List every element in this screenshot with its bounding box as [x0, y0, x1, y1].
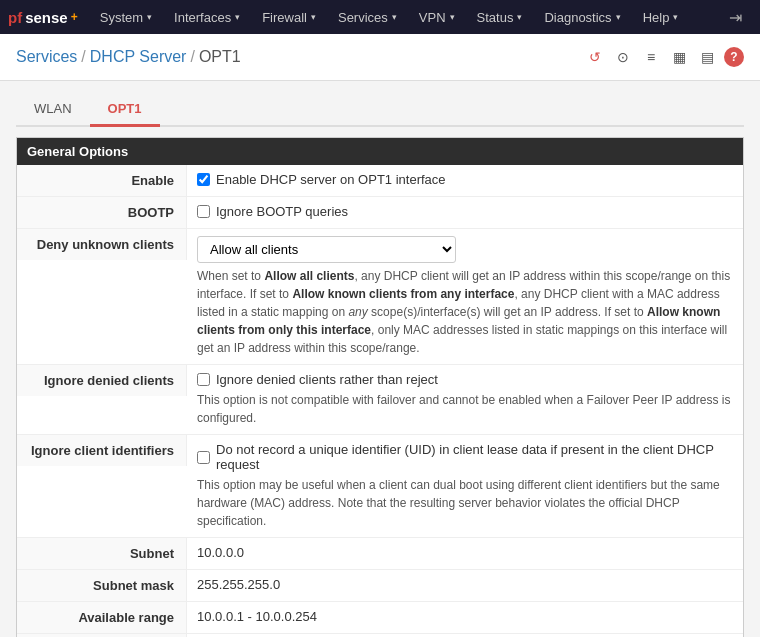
chevron-down-icon: ▾	[673, 12, 678, 22]
chevron-down-icon: ▾	[311, 12, 316, 22]
ignore-denied-row: Ignore denied clients Ignore denied clie…	[17, 365, 743, 435]
deny-unknown-help: When set to Allow all clients, any DHCP …	[197, 267, 733, 357]
tabs: WLAN OPT1	[16, 93, 744, 127]
ignore-client-id-checkbox-wrap: Do not record a unique identifier (UID) …	[197, 442, 733, 472]
ignore-denied-label: Ignore denied clients	[17, 365, 187, 396]
brand-sense: sense	[25, 9, 68, 26]
tab-wlan[interactable]: WLAN	[16, 93, 90, 127]
page-header: Services / DHCP Server / OPT1 ↺ ⊙ ≡ ▦ ▤ …	[0, 34, 760, 81]
header-icons: ↺ ⊙ ≡ ▦ ▤ ?	[584, 46, 744, 68]
nav-interfaces[interactable]: Interfaces ▾	[164, 0, 250, 34]
subnet-content: 10.0.0.0	[187, 538, 743, 567]
chevron-down-icon: ▾	[517, 12, 522, 22]
table-icon[interactable]: ▤	[696, 46, 718, 68]
ignore-denied-checkbox-label: Ignore denied clients rather than reject	[216, 372, 438, 387]
ignore-client-id-row: Ignore client identifiers Do not record …	[17, 435, 743, 538]
breadcrumb-sep1: /	[81, 48, 85, 66]
nav-services[interactable]: Services ▾	[328, 0, 407, 34]
nav-diagnostics[interactable]: Diagnostics ▾	[534, 0, 630, 34]
subnet-mask-value: 255.255.255.0	[197, 575, 280, 594]
subnet-label: Subnet	[17, 538, 187, 569]
list-icon[interactable]: ≡	[640, 46, 662, 68]
deny-unknown-select[interactable]: Allow all clients Allow known clients fr…	[197, 236, 456, 263]
reload-icon[interactable]: ↺	[584, 46, 606, 68]
ignore-denied-help: This option is not compatible with failo…	[197, 391, 733, 427]
breadcrumb-sep2: /	[190, 48, 194, 66]
nav-firewall[interactable]: Firewall ▾	[252, 0, 326, 34]
ignore-denied-checkbox-wrap: Ignore denied clients rather than reject	[197, 372, 733, 387]
enable-label: Enable	[17, 165, 187, 196]
subnet-mask-label: Subnet mask	[17, 570, 187, 601]
brand-plus: +	[71, 10, 78, 24]
ignore-client-id-content: Do not record a unique identifier (UID) …	[187, 435, 743, 537]
available-range-row: Available range 10.0.0.1 - 10.0.0.254	[17, 602, 743, 634]
chevron-down-icon: ▾	[235, 12, 240, 22]
breadcrumb-opt1: OPT1	[199, 48, 241, 66]
ignore-client-id-label: Ignore client identifiers	[17, 435, 187, 466]
chart-icon[interactable]: ▦	[668, 46, 690, 68]
ignore-denied-checkbox[interactable]	[197, 373, 210, 386]
nav-vpn[interactable]: VPN ▾	[409, 0, 465, 34]
navbar: pfsense + System ▾ Interfaces ▾ Firewall…	[0, 0, 760, 34]
breadcrumb-dhcp[interactable]: DHCP Server	[90, 48, 187, 66]
enable-row: Enable Enable DHCP server on OPT1 interf…	[17, 165, 743, 197]
ignore-client-id-checkbox-label: Do not record a unique identifier (UID) …	[216, 442, 733, 472]
bootp-checkbox-label: Ignore BOOTP queries	[216, 204, 348, 219]
tab-opt1[interactable]: OPT1	[90, 93, 160, 127]
nav-system[interactable]: System ▾	[90, 0, 162, 34]
chevron-down-icon: ▾	[450, 12, 455, 22]
subnet-mask-content: 255.255.255.0	[187, 570, 743, 599]
enable-checkbox[interactable]	[197, 173, 210, 186]
breadcrumb-services[interactable]: Services	[16, 48, 77, 66]
general-options-section: General Options Enable Enable DHCP serve…	[16, 137, 744, 637]
general-options-body: Enable Enable DHCP server on OPT1 interf…	[17, 165, 743, 637]
logout-button[interactable]: ⇥	[719, 0, 752, 34]
nav-status[interactable]: Status ▾	[467, 0, 533, 34]
brand-pf: pf	[8, 9, 22, 26]
brand-logo: pfsense +	[8, 9, 78, 26]
ignore-client-id-help: This option may be useful when a client …	[197, 476, 733, 530]
available-range-content: 10.0.0.1 - 10.0.0.254	[187, 602, 743, 631]
circle-icon[interactable]: ⊙	[612, 46, 634, 68]
ignore-client-id-checkbox[interactable]	[197, 451, 210, 464]
bootp-label: BOOTP	[17, 197, 187, 228]
chevron-down-icon: ▾	[392, 12, 397, 22]
help-icon[interactable]: ?	[724, 47, 744, 67]
bootp-row: BOOTP Ignore BOOTP queries	[17, 197, 743, 229]
content-area: WLAN OPT1 General Options Enable Enable …	[0, 81, 760, 637]
enable-checkbox-label: Enable DHCP server on OPT1 interface	[216, 172, 446, 187]
deny-unknown-label: Deny unknown clients	[17, 229, 187, 260]
nav-help[interactable]: Help ▾	[633, 0, 689, 34]
subnet-row: Subnet 10.0.0.0	[17, 538, 743, 570]
chevron-down-icon: ▾	[147, 12, 152, 22]
available-range-value: 10.0.0.1 - 10.0.0.254	[197, 607, 317, 626]
chevron-down-icon: ▾	[616, 12, 621, 22]
deny-unknown-row: Deny unknown clients Allow all clients A…	[17, 229, 743, 365]
subnet-mask-row: Subnet mask 255.255.255.0	[17, 570, 743, 602]
navbar-right: ⇥	[719, 0, 752, 34]
bootp-checkbox[interactable]	[197, 205, 210, 218]
subnet-value: 10.0.0.0	[197, 543, 244, 562]
available-range-label: Available range	[17, 602, 187, 633]
enable-content: Enable DHCP server on OPT1 interface	[187, 165, 743, 194]
enable-checkbox-wrap: Enable DHCP server on OPT1 interface	[197, 172, 733, 187]
bootp-content: Ignore BOOTP queries	[187, 197, 743, 226]
ignore-denied-content: Ignore denied clients rather than reject…	[187, 365, 743, 434]
general-options-header: General Options	[17, 138, 743, 165]
bootp-checkbox-wrap: Ignore BOOTP queries	[197, 204, 733, 219]
deny-unknown-content: Allow all clients Allow known clients fr…	[187, 229, 743, 364]
breadcrumb: Services / DHCP Server / OPT1	[16, 48, 241, 66]
